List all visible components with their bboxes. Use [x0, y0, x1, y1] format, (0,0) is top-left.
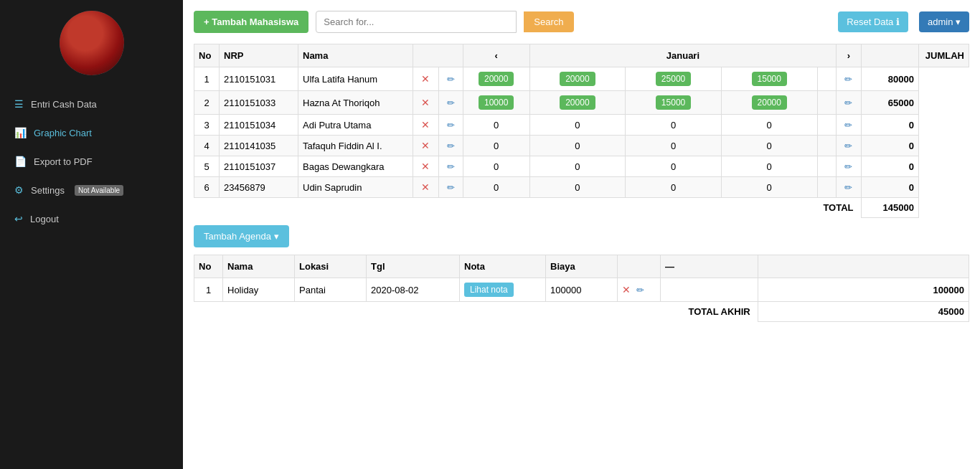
agenda-col-nama: Nama — [223, 255, 295, 278]
sidebar-item-graphic-chart[interactable]: 📊 Graphic Chart — [0, 118, 183, 147]
cell-v3: 0 — [626, 115, 722, 136]
agenda-table: No Nama Lokasi Tgl Nota Biaya — 1 Holida… — [194, 255, 969, 322]
cell-delete[interactable]: ✕ — [413, 156, 439, 177]
value-badge: 20000 — [479, 72, 514, 86]
col-header-no: No — [194, 44, 220, 67]
edit-icon[interactable]: ✏ — [447, 141, 455, 151]
delete-icon[interactable]: ✕ — [421, 181, 430, 193]
cell-no: 2 — [194, 91, 220, 115]
delete-icon[interactable]: ✕ — [421, 119, 430, 131]
table-row: 2 2110151033 Hazna At Thoriqoh ✕ ✏ 10000… — [194, 91, 969, 115]
cell-v1: 10000 — [463, 91, 529, 115]
table-row: 5 2110151037 Bagas Dewangkara ✕ ✏ 0 0 0 … — [194, 156, 969, 177]
agenda-col-lokasi: Lokasi — [295, 255, 367, 278]
agenda-col-actions — [618, 255, 661, 278]
delete-icon[interactable]: ✕ — [421, 140, 430, 151]
main-table-wrapper: No NRP Nama ‹ Januari › JUMLAH 1 2110151… — [194, 44, 969, 218]
tambah-agenda-button[interactable]: Tambah Agenda ▾ — [194, 225, 289, 247]
cell-edit[interactable]: ✏ — [438, 115, 463, 136]
value-cell: 0 — [767, 141, 772, 151]
admin-button[interactable]: admin ▾ — [919, 11, 969, 32]
lihat-nota-button[interactable]: Lihat nota — [464, 283, 514, 297]
cell-edit[interactable]: ✏ — [438, 156, 463, 177]
agenda-cell-nama: Holiday — [223, 278, 295, 302]
col-header-nrp: NRP — [220, 44, 298, 67]
search-button[interactable]: Search — [524, 11, 573, 32]
value-cell: 0 — [671, 161, 676, 172]
cell-delete[interactable]: ✕ — [413, 177, 439, 198]
row-edit-icon[interactable]: ✏ — [844, 98, 852, 108]
tambah-mahasiswa-button[interactable]: + Tambah Mahasiswa — [194, 11, 308, 33]
cell-spacer — [817, 67, 837, 91]
cell-edit[interactable]: ✏ — [438, 91, 463, 115]
cell-nama: Tafaquh Fiddin Al I. — [298, 136, 413, 156]
cell-nrp: 2110151031 — [220, 67, 298, 91]
sidebar: ☰ Entri Cash Data 📊 Graphic Chart 📄 Expo… — [0, 0, 183, 469]
row-edit-icon[interactable]: ✏ — [844, 74, 852, 85]
cell-row-edit[interactable]: ✏ — [837, 177, 861, 198]
delete-icon[interactable]: ✕ — [421, 97, 430, 108]
cell-row-edit[interactable]: ✏ — [837, 136, 861, 156]
cell-nrp: 2110151034 — [220, 115, 298, 136]
topbar: + Tambah Mahasiswa Search Reset Data ℹ a… — [194, 11, 969, 33]
reset-data-button[interactable]: Reset Data ℹ — [838, 11, 908, 32]
cell-delete[interactable]: ✕ — [413, 136, 439, 156]
value-badge: 15000 — [752, 72, 787, 86]
cell-row-edit[interactable]: ✏ — [837, 156, 861, 177]
sidebar-item-settings[interactable]: ⚙ Settings Not Available — [0, 176, 183, 204]
row-edit-icon[interactable]: ✏ — [844, 161, 852, 172]
cell-spacer — [817, 136, 837, 156]
cell-v2: 20000 — [529, 91, 626, 115]
nav-next[interactable]: › — [837, 44, 861, 67]
value-badge: 20000 — [560, 95, 595, 110]
cell-row-edit[interactable]: ✏ — [837, 67, 861, 91]
sidebar-item-label: Settings — [31, 185, 65, 196]
cell-row-edit[interactable]: ✏ — [837, 91, 861, 115]
nav-prev[interactable]: ‹ — [463, 44, 529, 67]
cell-nrp: 2110141035 — [220, 136, 298, 156]
delete-icon[interactable]: ✕ — [421, 161, 430, 172]
edit-icon[interactable]: ✏ — [447, 98, 455, 108]
edit-icon[interactable]: ✏ — [447, 74, 455, 85]
cell-delete[interactable]: ✕ — [413, 115, 439, 136]
agenda-delete-icon[interactable]: ✕ — [622, 284, 631, 295]
cell-nama: Udin Saprudin — [298, 177, 413, 198]
cell-nrp: 2110151037 — [220, 156, 298, 177]
edit-icon[interactable]: ✏ — [447, 120, 455, 131]
cell-edit[interactable]: ✏ — [438, 67, 463, 91]
total-akhir-value: 45000 — [758, 302, 969, 322]
cell-spacer — [817, 91, 837, 115]
cell-v3: 0 — [626, 156, 722, 177]
agenda-edit-icon[interactable]: ✏ — [636, 285, 644, 295]
total-akhir-label: TOTAL AKHIR — [194, 302, 758, 322]
cell-edit[interactable]: ✏ — [438, 177, 463, 198]
sidebar-item-entri-cash[interactable]: ☰ Entri Cash Data — [0, 90, 183, 118]
row-edit-icon[interactable]: ✏ — [844, 182, 852, 193]
col-header-month: Januari — [529, 44, 837, 67]
cell-edit[interactable]: ✏ — [438, 136, 463, 156]
cell-v1: 0 — [463, 177, 529, 198]
edit-icon[interactable]: ✏ — [447, 182, 455, 193]
cell-jumlah: 80000 — [861, 67, 918, 91]
cell-row-edit[interactable]: ✏ — [837, 115, 861, 136]
main-content: + Tambah Mahasiswa Search Reset Data ℹ a… — [183, 0, 980, 469]
cell-v2: 0 — [529, 177, 626, 198]
sidebar-item-label: Logout — [30, 214, 59, 224]
search-input[interactable] — [316, 11, 517, 33]
sidebar-item-export-pdf[interactable]: 📄 Export to PDF — [0, 147, 183, 176]
edit-icon[interactable]: ✏ — [447, 161, 455, 172]
sidebar-item-logout[interactable]: ↩ Logout — [0, 204, 183, 233]
cell-delete[interactable]: ✕ — [413, 67, 439, 91]
logout-icon: ↩ — [14, 213, 23, 224]
row-edit-icon[interactable]: ✏ — [844, 120, 852, 131]
delete-icon[interactable]: ✕ — [421, 73, 430, 85]
row-edit-icon[interactable]: ✏ — [844, 141, 852, 151]
cell-delete[interactable]: ✕ — [413, 91, 439, 115]
agenda-col-tgl: Tgl — [367, 255, 460, 278]
value-cell: 0 — [494, 182, 499, 193]
cell-v3: 25000 — [626, 67, 722, 91]
cell-jumlah: 0 — [861, 177, 918, 198]
table-row: 1 2110151031 Ulfa Latifa Hanum ✕ ✏ 20000… — [194, 67, 969, 91]
agenda-cell-jumlah: 100000 — [758, 278, 969, 302]
cell-jumlah: 0 — [861, 115, 918, 136]
